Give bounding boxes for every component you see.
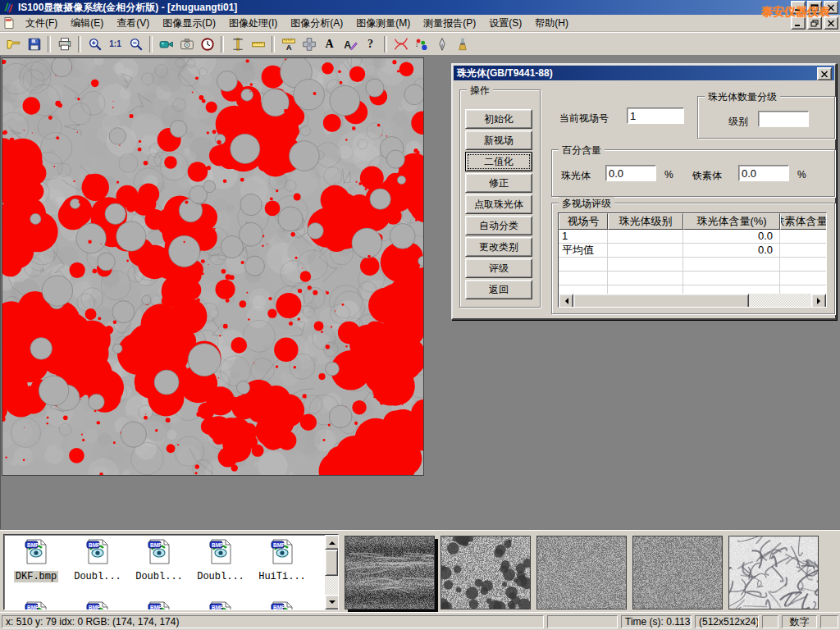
zoom-out-icon[interactable] — [126, 34, 146, 54]
file-item[interactable]: BMP HuiTi... — [253, 538, 311, 582]
brush-icon[interactable] — [452, 34, 472, 54]
svg-text:BMP: BMP — [89, 542, 101, 548]
scroll-right-icon[interactable] — [811, 294, 826, 308]
file-item[interactable]: BMP — [7, 600, 65, 610]
toolbar-separator — [78, 36, 81, 52]
auto-classify-button[interactable]: 自动分类 — [465, 216, 532, 235]
text-edit-icon[interactable]: A — [340, 34, 360, 54]
capture-image-icon[interactable] — [176, 34, 197, 54]
file-name: Doubl... — [195, 571, 246, 582]
thumbnail-image[interactable] — [728, 536, 819, 609]
thumbnail-image[interactable] — [536, 536, 627, 609]
calibrate-icon[interactable]: A — [278, 34, 299, 54]
thumbnail-image[interactable] — [632, 536, 723, 609]
correct-button[interactable]: 修正 — [465, 173, 532, 193]
video-camera-icon[interactable] — [156, 34, 176, 54]
grid-tool-icon[interactable] — [299, 34, 319, 54]
save-icon[interactable] — [24, 34, 44, 54]
col-level[interactable]: 珠光体级别 — [608, 213, 683, 230]
return-button[interactable]: 返回 — [465, 280, 532, 299]
help-icon[interactable]: ? — [360, 34, 381, 54]
curve-cut-icon[interactable] — [390, 34, 411, 54]
toolbar-separator — [149, 36, 153, 52]
svg-text:BMP: BMP — [27, 605, 39, 610]
ferrite-percent-input[interactable] — [738, 165, 789, 181]
svg-text:BMP: BMP — [89, 605, 101, 610]
percent-sign: % — [797, 169, 806, 180]
menu-item-9[interactable]: 帮助(H) — [528, 15, 575, 32]
scrollbar-track[interactable] — [749, 294, 811, 307]
time-status: Time (s): 0.113 — [621, 615, 692, 628]
binarize-button[interactable]: 二值化 — [465, 152, 532, 171]
scroll-left-icon[interactable] — [559, 294, 573, 308]
new-field-button[interactable]: 新视场 — [465, 130, 532, 150]
file-item[interactable]: BMP — [69, 600, 126, 610]
mdi-minimize-button[interactable] — [791, 16, 806, 30]
toolbar-separator — [384, 36, 387, 52]
bmp-file-icon: BMP — [269, 538, 295, 564]
file-item[interactable]: BMP Doubl... — [130, 538, 188, 582]
zoom-in-icon[interactable] — [84, 34, 105, 54]
file-item[interactable]: BMP Doubl... — [192, 538, 249, 582]
pen-icon[interactable] — [431, 34, 452, 54]
scroll-down-icon[interactable] — [325, 595, 339, 609]
menu-item-1[interactable]: 编辑(E) — [64, 15, 110, 32]
scrollbar-thumb[interactable] — [573, 294, 749, 308]
table-row[interactable]: 1 0.0 — [559, 230, 826, 244]
scrollbar-thumb[interactable] — [325, 550, 338, 576]
status-panel — [547, 615, 618, 628]
current-field-input[interactable] — [627, 107, 684, 124]
menu-item-2[interactable]: 查看(V) — [110, 15, 156, 32]
grading-group-label: 珠光体数量分级 — [705, 90, 780, 104]
mdi-close-button[interactable] — [824, 16, 838, 30]
pick-pearlite-button[interactable]: 点取珠光体 — [465, 194, 532, 214]
col-pearlite[interactable]: 珠光体含量(%) — [683, 213, 780, 230]
file-item[interactable]: BMP DKF.bmp — [7, 538, 65, 582]
menu-item-8[interactable]: 设置(S) — [482, 15, 528, 32]
scroll-up-icon[interactable] — [325, 535, 339, 550]
scrollbar-track[interactable] — [325, 576, 338, 595]
file-item[interactable]: BMP — [130, 600, 188, 610]
text-icon[interactable]: A — [319, 34, 340, 54]
menu-item-3[interactable]: 图像显示(D) — [156, 15, 222, 32]
menu-item-5[interactable]: 图像分析(A) — [284, 15, 349, 32]
close-button[interactable] — [824, 1, 838, 14]
mdi-restore-button[interactable] — [807, 16, 822, 30]
grade-button[interactable]: 评级 — [465, 258, 532, 278]
file-list: BMP DKF.bmp BMP Doubl... BMP Doubl... BM… — [4, 535, 325, 609]
table-row[interactable]: 平均值 0.0 — [559, 244, 826, 258]
caliper-icon[interactable] — [227, 34, 248, 54]
initialize-button[interactable]: 初始化 — [465, 109, 532, 129]
ruler-icon[interactable] — [248, 34, 268, 54]
menu-item-0[interactable]: 文件(F) — [19, 15, 64, 32]
table-horizontal-scrollbar[interactable] — [559, 294, 826, 307]
file-item[interactable]: BMP — [253, 600, 311, 610]
file-item[interactable]: BMP Doubl... — [69, 538, 126, 582]
menu-item-4[interactable]: 图像处理(I) — [222, 15, 284, 32]
phase-dots-icon[interactable]: 1 — [411, 34, 431, 54]
metallographic-image[interactable] — [2, 57, 424, 476]
level-input[interactable] — [758, 111, 809, 127]
maximize-button[interactable] — [807, 1, 822, 14]
svg-text:BMP: BMP — [273, 542, 285, 548]
menu-item-6[interactable]: 图像测量(M) — [349, 15, 417, 32]
actual-size-icon[interactable]: 1:1 — [105, 34, 126, 54]
timer-icon[interactable] — [197, 34, 217, 54]
print-icon[interactable] — [54, 34, 75, 54]
file-list-scrollbar[interactable] — [325, 535, 338, 609]
open-icon[interactable] — [3, 34, 24, 54]
pearlite-percent-input[interactable] — [605, 165, 656, 181]
svg-text:BMP: BMP — [212, 605, 224, 610]
col-field[interactable]: 视场号 — [559, 213, 608, 230]
dialog-title-bar[interactable]: 珠光体(GB/T9441-88) — [454, 66, 834, 80]
file-item[interactable]: BMP — [192, 600, 249, 610]
menu-item-7[interactable]: 测量报告(P) — [417, 15, 482, 32]
thumbnail-image[interactable] — [441, 536, 531, 609]
minimize-button[interactable] — [791, 1, 806, 14]
change-class-button[interactable]: 更改类别 — [465, 237, 532, 257]
dialog-close-icon[interactable] — [817, 67, 832, 80]
thumbnail-image[interactable] — [345, 536, 435, 609]
col-ferrite[interactable]: 铁素体含量(%) — [780, 213, 827, 230]
status-panel — [762, 615, 778, 628]
svg-text:A: A — [285, 43, 291, 52]
